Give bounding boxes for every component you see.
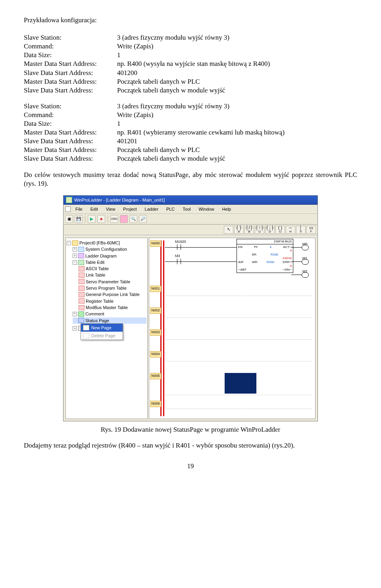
org-icon[interactable]: ORG: [110, 215, 118, 223]
rung-0: M1920 M3 150P.M-BUS ENPt:4ACT─ 4 SR:R100…: [165, 240, 313, 277]
net-label: N002: [150, 307, 161, 314]
tree-item[interactable]: Register Table: [79, 298, 146, 304]
cfg-label: Data Size:: [24, 119, 117, 128]
menu-file[interactable]: File: [72, 206, 86, 213]
zoom-in-icon[interactable]: 🔍: [129, 215, 137, 223]
wire: [165, 247, 237, 248]
wire: [291, 275, 302, 275]
menubar: File Edit View Project Ladder PLC Tool W…: [72, 206, 234, 213]
coil-icon[interactable]: ( )O: [275, 226, 285, 234]
cfg-label: Master Data Start Address:: [24, 60, 117, 68]
doc-icon: [79, 305, 85, 310]
cfg-label: Command:: [24, 42, 117, 51]
fb-zero: 0: [238, 264, 292, 268]
vline-icon[interactable]: │V: [296, 226, 306, 234]
fb-act: ACT─: [283, 245, 292, 249]
cfg-value: Początek tabeli danych w module wyjść: [117, 154, 357, 163]
toolbar-separator: [85, 215, 85, 223]
save-icon[interactable]: 💾: [75, 215, 83, 223]
ladder-editor[interactable]: N000 N001 N002 N003 N004 N005 N006 M1920: [149, 238, 316, 419]
ctx-new-page[interactable]: New Page: [81, 324, 123, 332]
cfg-label: Master Data Start Address:: [24, 128, 117, 137]
tree-label: Register Table: [86, 298, 114, 304]
tree-item[interactable]: +System Configuration: [73, 246, 146, 252]
cfg-value: 3 (adres fizyczny modułu wyjść równy 3): [117, 33, 357, 42]
tree-item[interactable]: +Ladder Diagram: [73, 253, 146, 259]
stop-icon[interactable]: ■: [97, 215, 105, 223]
ctx-label: New Page: [91, 325, 112, 331]
func-icon[interactable]: ▭F: [306, 226, 316, 234]
table-icon: [78, 260, 84, 265]
delete-page-icon: [83, 333, 89, 338]
tree-label: Link Table: [86, 272, 105, 278]
cursor-tool-icon[interactable]: ↖: [224, 226, 233, 234]
menu-view[interactable]: View: [103, 206, 119, 213]
fb-pt1: 4: [270, 245, 271, 249]
menu-plc[interactable]: PLC: [163, 206, 178, 213]
contact-npulse-icon[interactable]: ┤↓├D: [265, 226, 275, 234]
page-number: 19: [24, 462, 357, 471]
contact-nc-icon[interactable]: ┤/├B: [244, 226, 254, 234]
status-page-icon: [78, 318, 84, 323]
tree-item[interactable]: +Comment: [73, 311, 146, 317]
project-tree[interactable]: −Project0 [FBs-60MC] +System Configurati…: [65, 238, 148, 419]
cfg-value: 1: [117, 51, 357, 60]
menu-help[interactable]: Help: [219, 206, 235, 213]
cfg-label: Command:: [24, 111, 117, 119]
run-icon[interactable]: ▶: [88, 215, 96, 223]
rung-divider: [166, 361, 312, 361]
menu-tool[interactable]: Tool: [179, 206, 194, 213]
contact-pulse-icon[interactable]: ┤↑├U: [255, 226, 264, 234]
project-icon: [72, 240, 78, 246]
cfg-label: Master Data Start Address:: [24, 146, 117, 154]
net-label: N004: [150, 351, 161, 357]
menu-ladder[interactable]: Ladder: [142, 206, 162, 213]
doc-icon: [79, 292, 85, 297]
menu-project[interactable]: Project: [120, 206, 140, 213]
collapse-icon[interactable]: −: [67, 241, 71, 245]
cfg-value: Write (Zapis): [117, 111, 357, 119]
tree-label: Servo Parameter Table: [86, 279, 130, 284]
doc-icon: [79, 279, 85, 284]
fb-en: EN: [238, 245, 242, 249]
tree-item[interactable]: ModBus Master Table: [79, 304, 146, 311]
tree-item[interactable]: −Table Edit: [73, 259, 146, 265]
fb-pt-key: Pt:: [254, 245, 258, 249]
cfg-label: Slave Data Start Address:: [24, 69, 117, 77]
hline-icon[interactable]: ─H: [286, 226, 295, 234]
doc-icon: [65, 206, 71, 212]
expand-icon[interactable]: +: [73, 254, 77, 258]
cfg-value: np. R400 (wysyła na wyjście stan maskę b…: [117, 60, 357, 68]
tree-label: General Purpose Link Table: [86, 292, 140, 297]
toolbar-separator: [108, 215, 108, 223]
menu-window[interactable]: Window: [195, 206, 217, 213]
tree-item[interactable]: General Purpose Link Table: [79, 291, 146, 298]
expand-icon[interactable]: +: [73, 247, 77, 252]
highlight-icon[interactable]: [120, 215, 128, 223]
tree-item[interactable]: Servo Program Table: [79, 285, 146, 291]
collapse-icon[interactable]: −: [73, 260, 77, 265]
expand-icon[interactable]: +: [73, 326, 77, 331]
fb-dn: ─DN─: [283, 268, 292, 272]
contact-label: M1920: [175, 240, 186, 244]
zoom-out-icon[interactable]: 🔎: [139, 215, 147, 223]
cfg-label: Slave Data Start Address:: [24, 154, 117, 163]
cfg-value: 3 (adres fizyczny modułu wyjść równy 3): [117, 102, 357, 111]
tree-item[interactable]: Link Table: [79, 272, 146, 278]
coil-icon: [302, 245, 309, 250]
expand-icon[interactable]: +: [73, 312, 77, 316]
open-icon[interactable]: ▣: [65, 215, 73, 223]
fb-ar: A/R: [238, 260, 243, 264]
fb-sr: R100: [271, 253, 278, 257]
coil-icon: [302, 272, 309, 278]
tree-status-page[interactable]: Status Page: [73, 317, 146, 324]
cfg-label: Slave Station:: [24, 102, 117, 111]
tree-root[interactable]: −Project0 [FBs-60MC]: [67, 240, 146, 246]
tree-item[interactable]: Servo Parameter Table: [79, 279, 146, 285]
menu-edit[interactable]: Edit: [87, 206, 101, 213]
tree-label: Ladder Diagram: [85, 253, 117, 259]
tree-item[interactable]: ASCII Table: [79, 265, 146, 272]
paragraph-2: Dodajemy teraz podgląd rejestrów (R400 –…: [24, 441, 357, 450]
figure-19: WinProLadder - [Ladder Diagram - Main_un…: [24, 195, 357, 421]
contact-no-icon[interactable]: ┤├A: [234, 226, 244, 234]
